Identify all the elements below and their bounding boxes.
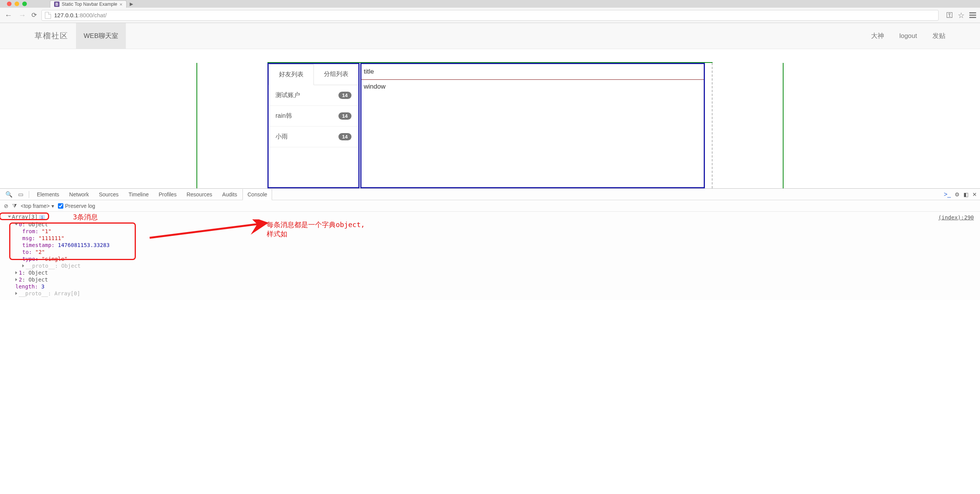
unread-badge: 14 [338,112,351,120]
device-mode-icon[interactable]: ▭ [16,191,26,198]
disclosure-triangle-icon[interactable] [15,292,17,295]
nav-item-post[interactable]: 发贴 [925,23,953,49]
console-line: to: "2" [8,249,980,255]
devtools-tab-resources[interactable]: Resources [182,189,217,200]
close-tab-icon[interactable]: × [120,2,123,7]
reload-icon[interactable]: ⟳ [31,11,37,19]
gutter-column [705,63,713,188]
disclosure-triangle-icon[interactable] [22,264,24,267]
console-line: length: 3 [8,283,980,290]
friend-name: rain韩 [276,112,292,120]
nav-item-dashen[interactable]: 大神 [863,23,892,49]
devtools-tab-elements[interactable]: Elements [32,189,64,200]
favicon-icon: B [54,2,59,7]
address-bar[interactable]: 127.0.0.1:8000/chat/ [41,10,939,21]
annotation-each-msg: 每条消息都是一个字典object, 样式如 [267,220,365,239]
browser-tab-strip: B Static Top Navbar Example × ▸ [0,0,980,8]
source-link[interactable]: (index):290 [938,214,974,221]
friend-item[interactable]: rain韩 14 [269,106,358,127]
tab-friends[interactable]: 好友列表 [269,64,314,85]
unread-badge: 14 [338,92,351,99]
preserve-log-input[interactable] [58,203,63,209]
friend-item[interactable]: 测试账户 14 [269,85,358,106]
devtools-right-controls: >_ ⚙ ◧ ✕ [944,191,977,198]
annotation-box-array [0,212,49,220]
main-column: title window [360,63,705,188]
bookmark-star-icon[interactable]: ☆ [958,11,965,20]
hamburger-menu-icon[interactable] [969,12,976,18]
browser-tab[interactable]: B Static Top Navbar Example × [50,0,127,8]
window-controls [7,2,27,6]
key-icon[interactable]: ⚿ [946,11,953,19]
svg-line-0 [150,223,265,238]
back-icon[interactable]: ← [4,11,13,20]
console-toolbar: ⊘ ⧩ <top frame> ▾ Preserve log [0,200,980,212]
friend-list: 测试账户 14 rain韩 14 小雨 14 [269,85,358,147]
friend-item[interactable]: 小雨 14 [269,127,358,147]
devtools-tabbar: 🔍 ▭ Elements Network Sources Timeline Pr… [0,189,980,200]
disclosure-triangle-icon[interactable] [15,271,17,274]
sidebar-column: 好友列表 分组列表 测试账户 14 rain韩 14 小雨 14 [267,63,360,188]
console-line: type: "single" [8,255,980,262]
show-console-icon[interactable]: >_ [944,191,951,198]
friend-name: 小雨 [276,133,288,141]
devtools-tab-profiles[interactable]: Profiles [154,189,181,200]
inspect-icon[interactable]: 🔍 [3,191,15,198]
devtools-tab-console[interactable]: Console [243,189,272,200]
annotation-arrow-icon [142,219,269,240]
console-line[interactable]: __proto__: Object [8,262,980,269]
clear-console-icon[interactable]: ⊘ [4,203,8,209]
browser-tab-title: Static Top Navbar Example [62,2,117,7]
forward-icon: → [18,11,27,20]
main-stage: 好友列表 分组列表 测试账户 14 rain韩 14 小雨 14 title [0,49,980,188]
separator [29,191,29,198]
browser-toolbar: ← → ⟳ 127.0.0.1:8000/chat/ ⚿ ☆ [0,8,980,23]
nav-item-logout[interactable]: logout [892,23,925,49]
chevron-down-icon: ▾ [51,203,54,209]
minimize-window-icon[interactable] [15,2,19,6]
nav-item-chatroom[interactable]: WEB聊天室 [76,23,126,49]
console-line: timestamp: 1476081153.33283 [8,242,980,249]
container-row: 好友列表 分组列表 测试账户 14 rain韩 14 小雨 14 title [267,62,713,188]
console-line[interactable]: 1: Object [8,269,980,276]
console-line[interactable]: 2: Object [8,276,980,283]
new-tab-icon[interactable]: ▸ [130,0,133,8]
console-output: (index):290 3条消息 每条消息都是一个字典object, 样式如 A… [0,212,980,300]
devtools-tab-network[interactable]: Network [64,189,93,200]
friend-name: 测试账户 [276,91,300,99]
devtools-tab-audits[interactable]: Audits [218,189,242,200]
chat-title: title [361,64,704,80]
preserve-log-checkbox[interactable]: Preserve log [58,203,96,209]
devtools-tab-sources[interactable]: Sources [94,189,123,200]
devtools-tab-timeline[interactable]: Timeline [124,189,153,200]
page-icon [45,12,51,19]
page-navbar: 草榴社区 WEB聊天室 大神 logout 发贴 [0,23,980,49]
filter-icon[interactable]: ⧩ [12,203,17,209]
unread-badge: 14 [338,133,351,140]
disclosure-triangle-icon[interactable] [8,216,11,218]
console-line[interactable]: __proto__: Array[0] [8,290,980,297]
annotation-three-msgs: 3条消息 [73,212,98,222]
annotation-box-object [9,222,136,260]
frame-selector[interactable]: <top frame> ▾ [21,203,54,209]
close-window-icon[interactable] [7,2,12,6]
url-text: 127.0.0.1:8000/chat/ [54,12,107,18]
toolbar-right: ⚿ ☆ [946,11,976,20]
tab-groups[interactable]: 分组列表 [314,64,358,85]
zoom-window-icon[interactable] [22,2,27,6]
disclosure-triangle-icon[interactable] [15,224,18,226]
settings-gear-icon[interactable]: ⚙ [955,191,960,198]
close-devtools-icon[interactable]: ✕ [972,191,977,198]
disclosure-triangle-icon[interactable] [15,278,17,281]
chat-window: window [361,80,704,187]
brand[interactable]: 草榴社区 [27,23,76,49]
devtools: 🔍 ▭ Elements Network Sources Timeline Pr… [0,188,980,300]
sidebar-tabs: 好友列表 分组列表 [269,64,358,85]
dock-icon[interactable]: ◧ [964,191,968,198]
